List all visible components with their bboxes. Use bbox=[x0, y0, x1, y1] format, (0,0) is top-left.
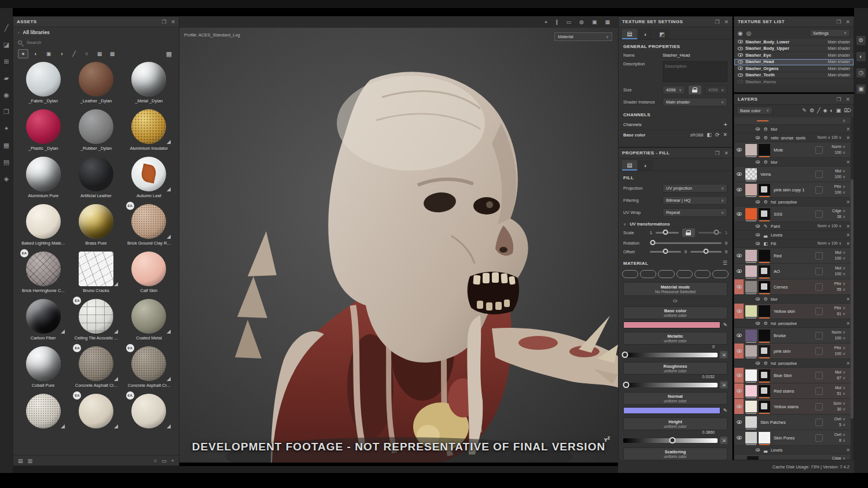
effect-visibility-toggle[interactable] bbox=[756, 242, 760, 245]
material-slot[interactable] bbox=[815, 308, 823, 315]
effect-row[interactable]: ⚙ blur ∨ ∨ ✕ bbox=[734, 158, 854, 167]
list-view-icon[interactable]: ▤ bbox=[18, 458, 23, 464]
opacity-dropdown[interactable]: 8∨ bbox=[826, 438, 845, 443]
effect-row[interactable]: ▃ Levels ∨ ∨ ✕ bbox=[734, 446, 854, 454]
material-slot[interactable] bbox=[815, 268, 823, 275]
effect-visibility-toggle[interactable] bbox=[756, 127, 760, 130]
shader-label[interactable]: Main shader bbox=[827, 73, 850, 77]
layer-thumbnail[interactable] bbox=[745, 416, 757, 428]
layer-visibility-toggle[interactable] bbox=[737, 349, 742, 353]
reset-channel-icon[interactable]: ⟳ bbox=[715, 132, 720, 138]
tab-fill-properties-icon[interactable]: ▤ bbox=[622, 160, 637, 171]
layer-row-partial[interactable]: ∧ bbox=[734, 117, 854, 125]
show-all-icon[interactable]: ◉ bbox=[738, 30, 743, 36]
remove-effect-button[interactable]: ✕ bbox=[846, 224, 850, 229]
delete-layer-icon[interactable]: ⌦ bbox=[844, 108, 851, 113]
layer-visibility-toggle[interactable] bbox=[737, 188, 742, 191]
remove-effect-button[interactable]: ✕ bbox=[846, 241, 850, 246]
visibility-toggle[interactable] bbox=[738, 73, 743, 77]
dock-icon[interactable]: ▣ bbox=[856, 84, 866, 94]
viewport-toolbar-icon[interactable]: ◍ bbox=[579, 19, 584, 25]
effect-row[interactable]: ✎ Paint Norm ∨ 100 ∨ ✕ bbox=[734, 222, 854, 231]
material-tile[interactable]: EA bbox=[69, 394, 122, 435]
mask-thumbnail[interactable] bbox=[759, 250, 770, 261]
scale-slider-2[interactable] bbox=[698, 232, 722, 234]
channel-toggle-button[interactable] bbox=[658, 270, 674, 278]
shader-label[interactable]: Main shader bbox=[827, 40, 850, 44]
tool-icon[interactable]: ◪ bbox=[2, 40, 11, 49]
uv-wrap-dropdown[interactable]: Repeat∨ bbox=[663, 208, 727, 217]
material-tile[interactable]: EA _Rubber _Dylan bbox=[69, 109, 122, 151]
material-slot[interactable] bbox=[815, 186, 823, 194]
mask-thumbnail[interactable] bbox=[759, 208, 770, 220]
mask-thumbnail[interactable] bbox=[759, 345, 770, 357]
add-fill-layer-icon[interactable]: ◈ bbox=[823, 108, 827, 113]
close-icon[interactable]: ✕ bbox=[724, 150, 729, 156]
filtering-dropdown[interactable]: Bilinear | HQ∨ bbox=[663, 196, 727, 205]
blend-mode-dropdown[interactable]: Mul∨ bbox=[826, 386, 845, 390]
material-tile[interactable]: EA Coated Metal bbox=[123, 299, 175, 341]
channel-header-button[interactable]: Base color uniform color bbox=[623, 306, 727, 319]
visibility-toggle[interactable] bbox=[738, 53, 743, 57]
tool-icon[interactable]: ✦ bbox=[2, 124, 11, 133]
blend-mode-dropdown[interactable]: Pthr∨ bbox=[826, 346, 845, 350]
effect-visibility-toggle[interactable] bbox=[756, 233, 760, 236]
filter-smart-material-icon[interactable]: ◐ bbox=[31, 49, 41, 58]
layer-visibility-toggle[interactable] bbox=[737, 420, 742, 424]
effect-visibility-toggle[interactable] bbox=[756, 361, 760, 364]
show-active-icon[interactable]: ◎ bbox=[746, 30, 752, 36]
layer-thumbnail[interactable] bbox=[745, 168, 757, 180]
remove-effect-button[interactable]: ✕ bbox=[846, 232, 850, 238]
material-slot[interactable] bbox=[815, 372, 823, 379]
color-swatch[interactable] bbox=[623, 321, 720, 328]
scale-lock-icon[interactable] bbox=[682, 228, 695, 237]
layer-row[interactable]: Veins Mul∨ 100∨ bbox=[734, 167, 854, 182]
material-tile[interactable]: EA Baked Lighting Mate... bbox=[17, 204, 69, 246]
opacity-dropdown[interactable]: 30∨ bbox=[826, 407, 845, 412]
channel-toggle-button[interactable] bbox=[676, 270, 693, 278]
effect-visibility-toggle[interactable] bbox=[756, 321, 760, 324]
material-slot[interactable] bbox=[815, 332, 823, 339]
tool-icon[interactable]: ⊞ bbox=[2, 57, 11, 66]
projection-dropdown[interactable]: UV projection∨ bbox=[663, 184, 727, 193]
close-icon[interactable]: ✕ bbox=[171, 19, 175, 25]
color-mode-icon[interactable]: ◧ bbox=[707, 132, 712, 138]
opacity-dropdown[interactable]: 100∨ bbox=[826, 190, 845, 195]
filter-texture-icon[interactable]: ▦ bbox=[94, 49, 105, 58]
layer-visibility-toggle[interactable] bbox=[737, 269, 742, 273]
effect-row[interactable]: ⚙ hsl_perceptive ∨ ∨ ✕ bbox=[734, 319, 854, 328]
layer-thumbnail[interactable] bbox=[745, 208, 757, 220]
mask-thumbnail[interactable] bbox=[759, 401, 770, 412]
effect-visibility-toggle[interactable] bbox=[756, 160, 760, 163]
opacity-dropdown[interactable]: 100∨ bbox=[826, 175, 845, 179]
size-dropdown-2[interactable]: 4096∨ bbox=[705, 86, 727, 94]
channel-slider[interactable] bbox=[623, 353, 718, 357]
add-channel-button[interactable]: + bbox=[724, 121, 727, 128]
tool-icon[interactable]: ◈ bbox=[2, 174, 11, 183]
effect-row[interactable]: ▃ Levels ∨ ∨ ✕ bbox=[734, 231, 854, 239]
layer-visibility-toggle[interactable] bbox=[737, 212, 742, 216]
remove-effect-button[interactable]: ✕ bbox=[846, 199, 850, 205]
material-slot[interactable] bbox=[815, 146, 823, 154]
texture-pick-icon[interactable]: ⇲ bbox=[720, 437, 727, 444]
blend-mode-dropdown[interactable]: Scrn∨ bbox=[826, 401, 845, 406]
material-tile[interactable]: EA Aluminium Pure bbox=[17, 157, 69, 198]
layer-row[interactable]: Yellow stains Scrn∨ 30∨ bbox=[734, 399, 854, 415]
material-menu-icon[interactable]: ☰ bbox=[723, 260, 727, 266]
material-tile[interactable]: EA Brass Pure bbox=[69, 204, 122, 246]
material-tile[interactable]: EA _Fabric _Dylan bbox=[17, 62, 69, 103]
link-icon[interactable]: ○ bbox=[154, 458, 157, 464]
tab-mesh-icon[interactable]: ◩ bbox=[654, 29, 670, 39]
layer-visibility-toggle[interactable] bbox=[737, 148, 742, 151]
channel-toggle-button[interactable] bbox=[712, 270, 729, 278]
viewport-3d[interactable]: Profile: ACES_Standard_Log Material ∨ DE… bbox=[179, 28, 618, 463]
layer-row[interactable]: Red stains Mul∨ 51∨ bbox=[734, 383, 854, 399]
material-tile[interactable]: EA Calf Skin bbox=[123, 252, 175, 293]
layer-row[interactable]: Red Mul∨ 100∨ bbox=[734, 248, 854, 264]
remove-effect-button[interactable]: ✕ bbox=[846, 321, 850, 326]
lock-icon[interactable] bbox=[689, 86, 701, 94]
layer-visibility-toggle[interactable] bbox=[737, 374, 742, 377]
material-slot[interactable] bbox=[815, 347, 823, 355]
mask-thumbnail[interactable] bbox=[759, 385, 770, 397]
grid-display-icon[interactable]: ▦ bbox=[164, 49, 174, 58]
